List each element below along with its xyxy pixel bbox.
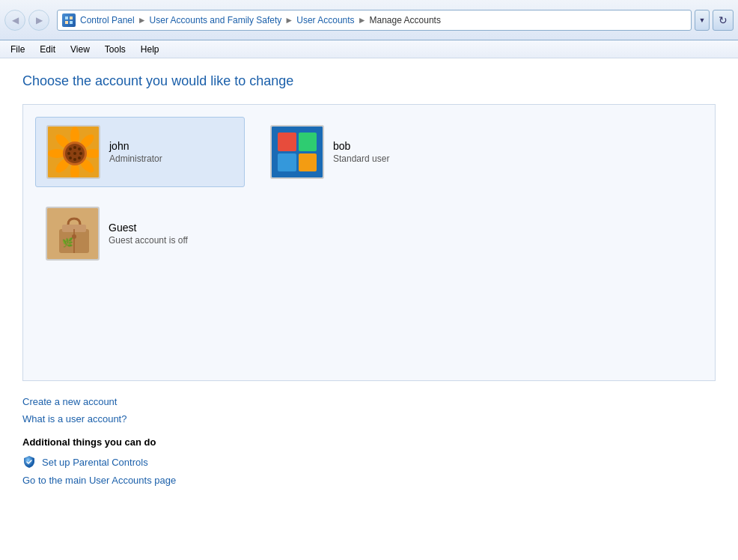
main-user-accounts-text[interactable]: Go to the main User Accounts page (22, 475, 176, 486)
refresh-button[interactable]: ↻ (713, 10, 734, 31)
what-is-account-link[interactable]: What is a user account? (22, 413, 716, 424)
account-name-bob: bob (333, 140, 389, 152)
breadcrumb-sep-1: ► (138, 15, 147, 25)
svg-rect-2 (65, 21, 68, 24)
avatar-bob (270, 125, 324, 179)
breadcrumb-icon (62, 13, 76, 27)
accounts-grid: john Administrator bob Standard user (22, 104, 716, 381)
links-section: Create a new account What is a user acco… (22, 396, 716, 424)
shield-icon (22, 455, 36, 469)
account-type-john: Administrator (109, 153, 162, 164)
breadcrumb-manage-accounts: Manage Accounts (370, 15, 441, 25)
accounts-row-1: john Administrator bob Standard user (35, 117, 703, 187)
breadcrumb-bar: Control Panel ► User Accounts and Family… (57, 10, 692, 31)
account-name-john: john (109, 140, 162, 152)
account-item-bob[interactable]: bob Standard user (260, 117, 469, 187)
account-name-guest: Guest (109, 222, 188, 234)
svg-point-23 (73, 152, 76, 155)
breadcrumb-user-accounts-family[interactable]: User Accounts and Family Safety (150, 15, 282, 25)
back-button[interactable]: ◀ (4, 10, 25, 31)
create-account-link[interactable]: Create a new account (22, 396, 716, 407)
svg-point-16 (73, 146, 76, 149)
menu-view[interactable]: View (63, 42, 97, 57)
menu-file[interactable]: File (3, 42, 32, 57)
svg-point-19 (78, 156, 81, 159)
svg-point-18 (79, 152, 82, 155)
accounts-row-2: 🌿 Guest Guest account is off (35, 199, 703, 268)
parental-controls-link-container[interactable]: Set up Parental Controls (22, 455, 716, 469)
address-dropdown[interactable]: ▼ (695, 10, 710, 31)
account-info-john: john Administrator (109, 140, 162, 164)
breadcrumb-sep-2: ► (284, 15, 293, 25)
avatar-john (46, 125, 100, 179)
svg-text:🌿: 🌿 (62, 237, 73, 248)
address-bar: ◀ ▶ Control Panel ► User Accounts and Fa… (0, 0, 738, 40)
menu-tools[interactable]: Tools (97, 42, 133, 57)
breadcrumb-control-panel[interactable]: Control Panel (80, 15, 135, 25)
account-item-guest[interactable]: 🌿 Guest Guest account is off (35, 199, 245, 268)
win-quad-bl (278, 153, 296, 172)
forward-button[interactable]: ▶ (28, 10, 49, 31)
account-type-guest: Guest account is off (109, 235, 188, 246)
svg-point-22 (67, 152, 70, 155)
menu-bar: File Edit View Tools Help (0, 40, 738, 58)
main-content: Choose the account you would like to cha… (0, 58, 738, 560)
account-info-bob: bob Standard user (333, 140, 389, 164)
parental-controls-text[interactable]: Set up Parental Controls (42, 457, 148, 468)
svg-point-21 (69, 156, 72, 159)
menu-edit[interactable]: Edit (32, 42, 63, 57)
account-item-john[interactable]: john Administrator (35, 117, 245, 187)
additional-section: Additional things you can do Set up Pare… (22, 436, 716, 486)
page-title: Choose the account you would like to cha… (22, 73, 716, 89)
win-quad-tl (278, 133, 296, 151)
avatar-guest: 🌿 (46, 207, 100, 261)
svg-rect-3 (70, 21, 73, 24)
svg-rect-1 (70, 16, 73, 19)
additional-title: Additional things you can do (22, 436, 716, 448)
breadcrumb-sep-3: ► (358, 15, 367, 25)
svg-point-15 (69, 147, 72, 150)
menu-help[interactable]: Help (133, 42, 167, 57)
svg-point-17 (78, 147, 81, 150)
svg-point-20 (73, 158, 76, 161)
breadcrumb-user-accounts[interactable]: User Accounts (296, 15, 354, 25)
account-info-guest: Guest Guest account is off (109, 222, 188, 246)
main-user-accounts-link-container[interactable]: Go to the main User Accounts page (22, 475, 716, 486)
account-type-bob: Standard user (333, 153, 389, 164)
win-quad-tr (299, 133, 317, 151)
win-quad-br (299, 153, 317, 172)
svg-rect-0 (65, 16, 68, 19)
